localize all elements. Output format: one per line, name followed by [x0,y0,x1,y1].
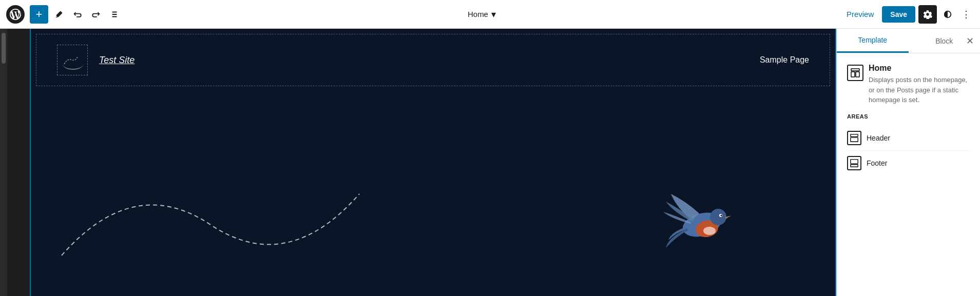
wp-icon [10,9,21,20]
settings-button[interactable] [918,5,937,24]
wordpress-logo[interactable] [6,5,25,24]
pencil-icon [54,10,64,19]
canvas-area: Test Site Sample Page [0,29,836,296]
footer-area-icon [847,156,861,170]
svg-rect-11 [851,159,858,163]
redo-button[interactable] [88,7,104,22]
area-item-footer[interactable]: Footer [847,151,970,175]
page-name-button[interactable]: Home ▾ [462,6,502,23]
canvas-header: Test Site Sample Page [36,34,830,86]
areas-label: AREAS [847,113,970,120]
contrast-icon [943,10,952,19]
template-text: Home Displays posts on the homepage, or … [869,64,970,105]
canvas-scrollbar[interactable] [0,29,7,296]
list-view-icon [110,10,119,19]
site-logo [57,45,88,75]
template-description: Displays posts on the homepage, or on th… [869,75,970,105]
svg-rect-10 [851,137,858,142]
svg-rect-12 [851,164,858,167]
page-name-label: Home [468,10,488,18]
tab-template[interactable]: Template [837,29,909,53]
save-button[interactable]: Save [882,6,915,23]
header-icon [850,133,859,143]
svg-rect-9 [851,134,858,136]
scrollbar-thumb [2,33,6,64]
page-canvas: Test Site Sample Page [30,29,836,296]
layout-icon [850,68,860,78]
footer-icon [850,159,859,168]
logo-icon [63,53,82,67]
svg-rect-7 [851,72,855,77]
toolbar-center: Home ▾ [126,6,837,23]
site-title: Test Site [99,55,134,66]
canvas-inner: Test Site Sample Page [30,29,836,296]
preview-button[interactable]: Preview [841,7,879,22]
main-area: Test Site Sample Page [0,29,980,296]
redo-icon [91,10,101,19]
list-view-button[interactable] [107,7,122,22]
canvas-hero [31,91,835,286]
toolbar-left: + [6,5,122,24]
edit-tool-button[interactable] [51,7,67,22]
template-title: Home [869,64,970,73]
close-panel-button[interactable]: ✕ [966,35,974,47]
site-identity: Test Site [57,45,134,75]
panel-content: Home Displays posts on the homepage, or … [837,53,980,296]
more-options-button[interactable]: ⋮ [958,6,974,23]
toolbar-right: Preview Save ⋮ [841,5,974,24]
area-item-header[interactable]: Header [847,126,970,151]
header-area-icon [847,131,861,145]
chevron-down-icon: ▾ [491,9,496,20]
undo-icon [73,10,82,19]
undo-button[interactable] [70,7,85,22]
svg-rect-8 [856,72,859,77]
add-block-button[interactable]: + [30,5,48,24]
svg-point-2 [710,209,726,225]
nav-menu: Sample Page [760,55,809,65]
panel-tabs: Template Block ✕ [837,29,980,53]
bird-svg [661,184,743,255]
template-info: Home Displays posts on the homepage, or … [847,64,970,105]
header-area-label: Header [867,134,890,142]
gear-icon [923,10,932,19]
svg-point-5 [703,227,716,235]
footer-area-label: Footer [867,159,887,167]
color-scheme-toggle[interactable] [940,7,955,22]
svg-rect-6 [851,69,859,71]
template-icon [847,65,863,81]
dashed-arc [56,163,364,266]
right-panel: Template Block ✕ Home Displays posts on … [836,29,980,296]
svg-point-4 [721,215,722,216]
bird-illustration [661,184,743,255]
toolbar: + Home ▾ Preview Save [0,0,980,29]
